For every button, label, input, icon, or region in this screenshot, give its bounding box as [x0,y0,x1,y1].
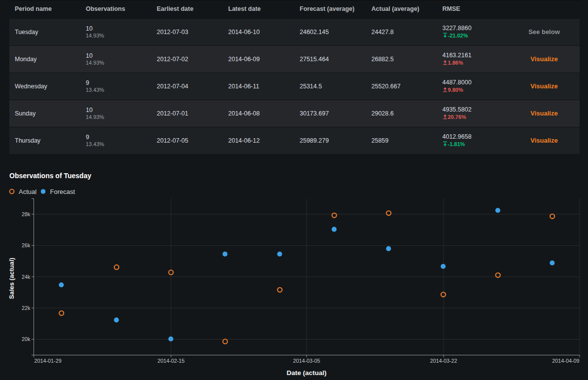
svg-text:28k: 28k [22,211,31,217]
svg-text:2014-03-05: 2014-03-05 [293,358,320,364]
svg-text:2014-01-29: 2014-01-29 [35,358,62,364]
svg-text:20k: 20k [22,336,31,342]
svg-text:24k: 24k [22,274,31,280]
svg-text:26k: 26k [22,242,31,248]
svg-text:2014-03-22: 2014-03-22 [430,358,457,364]
svg-text:22k: 22k [22,305,31,311]
svg-text:2014-02-15: 2014-02-15 [157,358,184,364]
svg-text:Date (actual): Date (actual) [286,369,326,377]
svg-text:Sales (actual): Sales (actual) [8,258,15,299]
svg-text:2014-04-09: 2014-04-09 [552,358,579,364]
